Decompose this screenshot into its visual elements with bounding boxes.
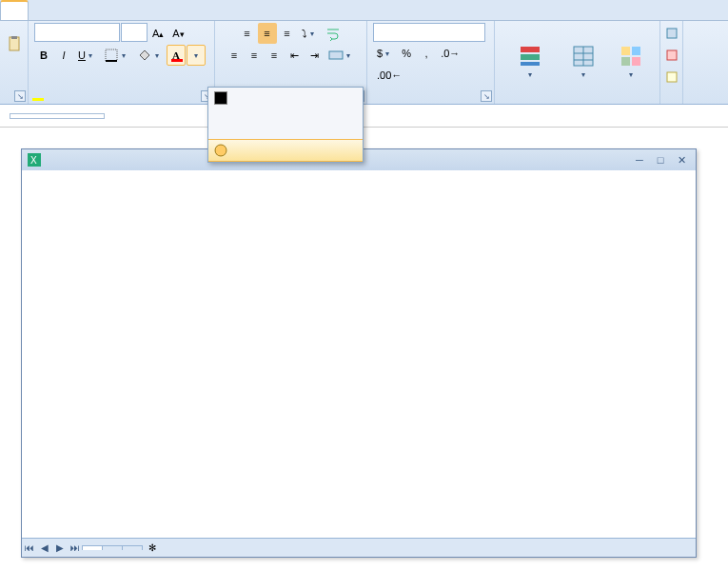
svg-rect-5 <box>521 47 540 52</box>
border-icon <box>104 48 119 63</box>
close-button[interactable]: ✕ <box>673 153 690 167</box>
italic-button[interactable]: I <box>54 45 73 66</box>
prev-sheet-button[interactable]: ◀ <box>37 542 52 553</box>
font-size-select[interactable] <box>121 23 148 42</box>
ribbon-tabs <box>0 0 728 21</box>
group-label-font <box>34 101 208 103</box>
delete-icon <box>664 48 679 63</box>
border-button[interactable]: ▾ <box>100 45 132 66</box>
bold-button[interactable]: B <box>34 45 53 66</box>
formula-bar <box>0 105 728 128</box>
automatic-color[interactable] <box>208 88 363 108</box>
decrease-decimal-button[interactable]: .00← <box>373 65 405 86</box>
tab-insert[interactable] <box>29 0 55 20</box>
workbook-window: X ─ □ ✕ ⏮ ◀ ▶ ⏭ ✻ <box>21 148 697 558</box>
font-color-dropdown[interactable]: ▾ <box>187 45 206 66</box>
last-sheet-button[interactable]: ⏭ <box>68 542 83 553</box>
number-launcher[interactable]: ↘ <box>481 90 492 102</box>
svg-rect-2 <box>106 49 117 61</box>
shrink-font-button[interactable]: A▾ <box>168 23 187 44</box>
insert-icon <box>664 26 679 41</box>
standard-colors-grid <box>208 131 363 139</box>
align-right-button[interactable]: ≡ <box>265 45 284 66</box>
font-color-button[interactable]: A <box>167 45 186 66</box>
tab-formulas[interactable] <box>82 0 108 20</box>
svg-rect-17 <box>667 50 677 60</box>
align-center-button[interactable]: ≡ <box>245 45 264 66</box>
svg-rect-7 <box>521 62 540 66</box>
svg-rect-1 <box>11 36 17 39</box>
increase-decimal-button[interactable]: .0→ <box>437 43 463 64</box>
sheet-tab-1[interactable] <box>82 545 103 550</box>
insert-cells-button[interactable] <box>660 23 683 44</box>
tab-view[interactable] <box>162 0 188 20</box>
ribbon: ↘ A▴ A▾ B I U▾ ▾ ▾ A▾ ↘ ≡ <box>0 21 728 105</box>
tab-data[interactable] <box>108 0 135 20</box>
svg-rect-16 <box>667 29 677 38</box>
svg-point-20 <box>215 145 226 156</box>
fill-color-button[interactable]: ▾ <box>133 45 166 66</box>
increase-indent-button[interactable]: ⇥ <box>305 45 324 66</box>
excel-icon: X <box>28 153 41 167</box>
minimize-button[interactable]: ─ <box>631 153 648 167</box>
cond-format-icon <box>519 45 541 68</box>
decrease-indent-button[interactable]: ⇤ <box>285 45 304 66</box>
svg-rect-4 <box>329 51 343 59</box>
svg-rect-0 <box>10 37 19 50</box>
more-colors[interactable] <box>208 139 363 162</box>
grow-font-button[interactable]: A▴ <box>148 23 167 44</box>
comma-button[interactable]: , <box>417 43 436 64</box>
svg-text:X: X <box>30 155 37 166</box>
clipboard-launcher[interactable]: ↘ <box>14 90 26 102</box>
format-as-table-button[interactable]: ▾ <box>561 30 607 93</box>
svg-rect-15 <box>632 57 640 66</box>
sheet-tab-2[interactable] <box>102 545 123 550</box>
tab-page-layout[interactable] <box>55 0 82 20</box>
paste-button[interactable] <box>3 23 26 65</box>
align-middle-button[interactable]: ≡ <box>258 23 277 44</box>
orientation-button[interactable]: ⤵▾ <box>298 23 321 44</box>
palette-icon <box>214 144 227 157</box>
name-box[interactable] <box>10 113 105 119</box>
merge-button[interactable]: ▾ <box>325 45 357 66</box>
cell-styles-button[interactable]: ▾ <box>608 30 654 93</box>
conditional-formatting-button[interactable]: ▾ <box>501 30 560 93</box>
underline-button[interactable]: U▾ <box>74 45 99 66</box>
tab-home[interactable] <box>0 0 29 20</box>
theme-colors-grid <box>208 114 363 122</box>
group-label-styles <box>501 101 654 103</box>
svg-rect-14 <box>621 57 630 66</box>
svg-rect-12 <box>621 47 630 55</box>
new-sheet-button[interactable]: ✻ <box>143 542 162 553</box>
tab-review[interactable] <box>135 0 162 20</box>
wrap-icon <box>325 26 341 41</box>
next-sheet-button[interactable]: ▶ <box>52 542 68 553</box>
format-cells-button[interactable] <box>660 67 683 88</box>
font-color-picker <box>207 87 364 163</box>
bucket-icon <box>137 48 152 63</box>
accounting-button[interactable]: $▾ <box>373 43 396 64</box>
maximize-button[interactable]: □ <box>652 153 669 167</box>
percent-button[interactable]: % <box>397 43 416 64</box>
delete-cells-button[interactable] <box>660 45 683 66</box>
svg-rect-6 <box>521 54 540 60</box>
wrap-text-button[interactable] <box>322 23 344 44</box>
svg-rect-13 <box>632 47 640 55</box>
cell-styles-icon <box>620 45 642 68</box>
black-swatch <box>214 91 227 105</box>
table-icon <box>572 45 595 68</box>
sheet-tab-bar: ⏮ ◀ ▶ ⏭ ✻ <box>22 538 696 557</box>
format-icon <box>664 69 679 85</box>
group-label-number <box>373 101 488 103</box>
align-top-button[interactable]: ≡ <box>238 23 257 44</box>
align-bottom-button[interactable]: ≡ <box>278 23 297 44</box>
svg-rect-18 <box>667 72 677 82</box>
clipboard-icon <box>7 36 22 51</box>
merge-icon <box>328 48 344 63</box>
first-sheet-button[interactable]: ⏮ <box>22 542 37 553</box>
sheet-tab-3[interactable] <box>122 545 143 550</box>
number-format-select[interactable] <box>373 23 485 42</box>
align-left-button[interactable]: ≡ <box>225 45 244 66</box>
font-name-select[interactable] <box>34 23 120 42</box>
